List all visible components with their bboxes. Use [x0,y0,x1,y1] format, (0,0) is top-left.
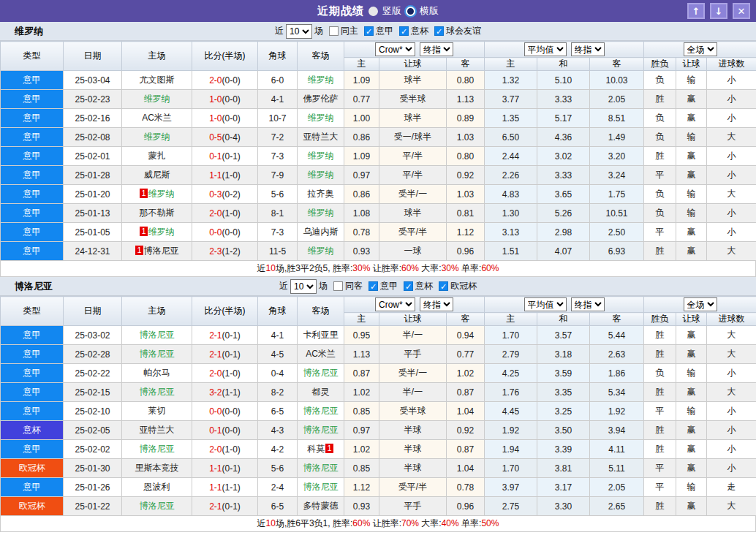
date-cell: 25-02-28 [64,345,122,364]
handicap-odds-cell: 球半 [379,71,447,90]
filters: 近10场同客✓意甲✓意杯✓欧冠杯 [279,279,477,294]
col-score: 比分(半场) [192,297,258,326]
handicap-odds-cell: 0.78 [344,223,379,242]
summary-segment: 40% [442,518,459,528]
avg-stage-select[interactable]: 终指 [571,297,605,311]
horizontal-layout-radio[interactable] [406,7,415,16]
summary-segment: 场,胜3平2负5, 胜率: [276,263,352,273]
away-team-cell: 维罗纳 [298,204,344,223]
result-cell: 输 [676,478,707,497]
result-cell: 小 [707,147,756,166]
home-team-cell: 帕尔马 [122,364,192,383]
col-odds-home: 主 [344,313,379,326]
close-button[interactable]: ✕ [733,3,750,19]
match-row: 意甲25-02-01蒙扎0-1(0-1)7-3维罗纳1.09平/半0.802.4… [1,147,756,166]
col-avg-away: 客 [590,313,644,326]
match-row: 意甲25-02-10莱切0-0(0-0)6-5博洛尼亚0.85受半球1.044.… [1,402,756,421]
avg-odds-cell: 3.35 [537,383,590,402]
col-avg-home: 主 [485,313,537,326]
col-odds-away: 客 [447,58,485,71]
col-handicap: 让球 [379,313,447,326]
avg-odds-cell: 2.65 [590,497,644,516]
col-result: 胜负 [644,313,676,326]
away-team-cell: 维罗纳 [298,71,344,90]
date-cell: 25-02-22 [64,364,122,383]
handicap-odds-cell: 1.02 [344,383,379,402]
filter-checkbox[interactable]: ✓ [368,281,378,291]
result-cell: 大 [707,383,756,402]
summary-row: 近10场,胜6平3负1, 胜率:60% 让胜率:70% 大率:40% 单率:50… [0,516,756,532]
half-time-score: (0-1) [222,330,241,341]
league-cell: 意甲 [1,166,64,185]
handicap-odds-cell: 半球 [379,421,447,440]
result-cell: 输 [676,402,707,421]
league-cell: 意甲 [1,128,64,147]
recent-label: 近 [275,25,284,37]
league-cell: 意甲 [1,478,64,497]
avg-source-select[interactable]: 平均值 [524,297,567,311]
date-cell: 25-02-02 [64,440,122,459]
away-team-cell: 维罗纳 [298,109,344,128]
filter-checkbox[interactable]: ✓ [439,281,448,291]
home-team-cell: 维罗纳 [122,90,192,109]
scope-select[interactable]: 全场 [684,42,717,56]
result-cell: 小 [707,204,756,223]
league-cell: 意甲 [1,204,64,223]
handicap-odds-cell: 1.08 [344,204,379,223]
score-cell: 2-1(0-1) [192,326,258,345]
handicap-odds-cell: 0.93 [344,497,379,516]
handicap-odds-cell: 0.80 [447,147,485,166]
filter-checkbox[interactable] [329,26,339,36]
recent-count-select[interactable]: 10 [286,24,312,39]
date-cell: 25-02-23 [64,90,122,109]
result-cell: 赢 [676,326,707,345]
team-name-text: 维罗纳 [148,227,175,237]
score-cell: 2-0(1-0) [192,204,258,223]
filter-checkbox[interactable]: ✓ [399,26,409,36]
home-team-cell: 1维罗纳 [122,185,192,204]
team-name-text: 维罗纳 [308,246,334,256]
filter-checkbox[interactable]: ✓ [434,26,444,36]
date-cell: 24-12-31 [64,242,122,261]
move-down-button[interactable]: ↓ [710,3,727,19]
vertical-layout-radio[interactable] [368,7,378,16]
away-team-cell: 都灵 [298,383,344,402]
corner-cell: 7-3 [258,223,298,242]
result-cell: 平 [644,223,676,242]
red-card-badge: 1 [325,444,333,453]
summary-segment: 大率: [419,518,442,528]
scope-select[interactable]: 全场 [684,297,717,311]
avg-source-select[interactable]: 平均值 [524,42,567,56]
league-cell: 意甲 [1,402,64,421]
odds-stage-select[interactable]: 终指 [420,297,453,311]
avg-stage-select[interactable]: 终指 [571,42,605,56]
filters: 近10场同主✓意甲✓意杯✓球会友谊 [275,24,481,39]
team-name-text: 莱切 [148,406,166,416]
move-up-button[interactable]: ↑ [687,3,705,19]
recent-count-select[interactable]: 10 [290,279,317,294]
team-name-text: 博洛尼亚 [140,330,175,340]
home-team-cell: 那不勒斯 [122,204,192,223]
filter-checkbox[interactable]: ✓ [404,281,413,291]
odds-source-select[interactable]: Crow* [375,297,415,311]
handicap-odds-cell: 0.92 [447,421,485,440]
full-time-score: 1-1 [209,463,222,474]
match-row: 欧冠杯25-01-30里斯本竞技1-1(0-1)5-6博洛尼亚0.85半球1.0… [1,459,756,478]
odds-source-select[interactable]: Crow* [375,42,415,56]
result-cell: 负 [644,71,676,90]
handicap-odds-cell: 平手 [379,345,447,364]
league-cell: 意甲 [1,242,64,261]
filter-label: 意甲 [380,280,398,292]
half-time-score: (0-1) [222,501,241,512]
score-cell: 0-3(0-2) [192,185,258,204]
result-cell: 胜 [644,90,676,109]
handicap-odds-cell: 半球 [379,459,447,478]
date-cell: 25-01-20 [64,185,122,204]
team-name-text: 威尼斯 [144,170,170,180]
half-time-score: (1-0) [222,208,241,219]
away-team-cell: 乌迪内斯 [298,223,344,242]
filter-checkbox[interactable] [333,281,343,291]
handicap-odds-cell: 0.97 [344,421,379,440]
odds-stage-select[interactable]: 终指 [420,42,453,56]
filter-checkbox[interactable]: ✓ [364,26,374,36]
